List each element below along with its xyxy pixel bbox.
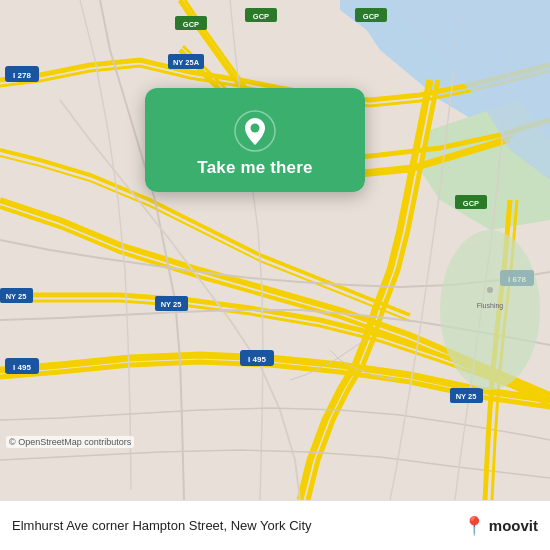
road-label: I 278	[13, 71, 31, 80]
road-label: NY 25A	[173, 58, 200, 67]
moovit-label: moovit	[489, 517, 538, 534]
road-label: GCP	[253, 12, 269, 21]
road-label: GCP	[363, 12, 379, 21]
svg-point-8	[251, 124, 260, 133]
road-label: I 495	[248, 355, 266, 364]
road-label: NY 25	[456, 392, 477, 401]
address-text: Elmhurst Ave corner Hampton Street, New …	[12, 518, 455, 533]
road-label: GCP	[463, 199, 479, 208]
bottom-bar: Elmhurst Ave corner Hampton Street, New …	[0, 500, 550, 550]
osm-credit: © OpenStreetMap contributors	[6, 436, 134, 448]
road-label: I 495	[13, 363, 31, 372]
map-label: Flushing	[477, 302, 504, 310]
road-label: NY 25	[6, 292, 27, 301]
svg-point-5	[440, 230, 540, 390]
road-label: NY 25	[161, 300, 182, 309]
map-container: I 278 GCP GCP GCP GCP NY 25A NY 25A NY 2…	[0, 0, 550, 500]
moovit-logo: 📍 moovit	[463, 515, 538, 537]
popup-card: Take me there	[145, 88, 365, 192]
location-pin-icon	[234, 110, 276, 152]
moovit-pin-icon: 📍	[463, 515, 485, 537]
svg-point-6	[487, 287, 493, 293]
popup-green-area: Take me there	[145, 88, 365, 192]
take-me-there-button[interactable]: Take me there	[197, 152, 312, 178]
road-label: GCP	[183, 20, 199, 29]
map-svg: I 278 GCP GCP GCP GCP NY 25A NY 25A NY 2…	[0, 0, 550, 500]
